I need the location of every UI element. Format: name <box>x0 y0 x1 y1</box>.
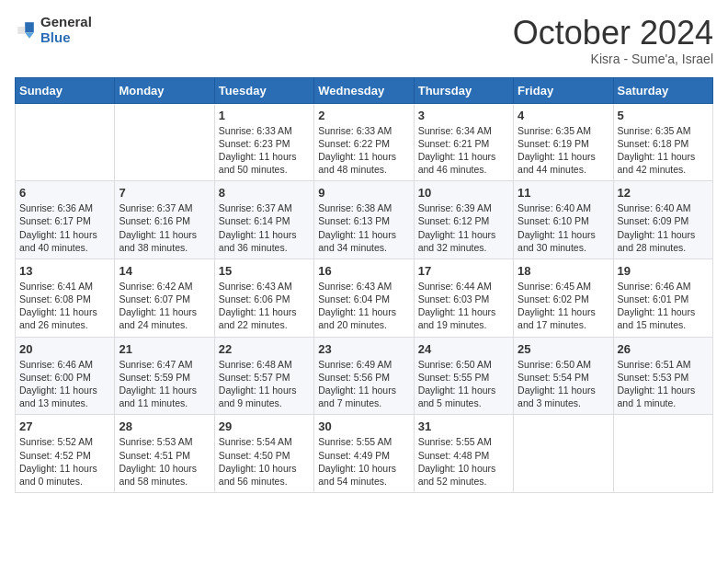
calendar-cell: 24Sunrise: 6:50 AMSunset: 5:55 PMDayligh… <box>414 337 513 415</box>
cell-content: Sunrise: 6:38 AMSunset: 6:13 PMDaylight:… <box>318 201 409 254</box>
day-number: 9 <box>318 186 409 200</box>
logo-blue-text: Blue <box>40 30 92 46</box>
sunset-text: Sunset: 6:17 PM <box>19 215 91 226</box>
day-number: 1 <box>219 109 310 122</box>
calendar-cell: 11Sunrise: 6:40 AMSunset: 6:10 PMDayligh… <box>514 181 613 259</box>
daylight-text: Daylight: 11 hours and 19 minutes. <box>418 306 496 330</box>
daylight-text: Daylight: 11 hours and 42 minutes. <box>618 151 696 175</box>
sunrise-text: Sunrise: 6:37 AM <box>219 202 292 213</box>
cell-content: Sunrise: 5:55 AMSunset: 4:48 PMDaylight:… <box>418 435 509 488</box>
daylight-text: Daylight: 11 hours and 11 minutes. <box>119 385 197 408</box>
calendar-cell: 13Sunrise: 6:41 AMSunset: 6:08 PMDayligh… <box>16 259 115 337</box>
sunrise-text: Sunrise: 6:40 AM <box>518 202 591 213</box>
day-number: 15 <box>219 264 310 278</box>
sunrise-text: Sunrise: 6:40 AM <box>618 202 691 213</box>
daylight-text: Daylight: 10 hours and 56 minutes. <box>219 463 297 487</box>
calendar-cell: 27Sunrise: 5:52 AMSunset: 4:52 PMDayligh… <box>16 415 115 493</box>
calendar-cell: 29Sunrise: 5:54 AMSunset: 4:50 PMDayligh… <box>214 415 313 493</box>
sunset-text: Sunset: 6:12 PM <box>418 215 490 226</box>
calendar-cell: 7Sunrise: 6:37 AMSunset: 6:16 PMDaylight… <box>115 181 214 259</box>
calendar-week-1: 1Sunrise: 6:33 AMSunset: 6:23 PMDaylight… <box>16 103 713 181</box>
sunrise-text: Sunrise: 6:48 AM <box>219 359 292 370</box>
sunrise-text: Sunrise: 5:53 AM <box>119 436 192 447</box>
calendar-cell: 16Sunrise: 6:43 AMSunset: 6:04 PMDayligh… <box>314 259 414 337</box>
cell-content: Sunrise: 6:48 AMSunset: 5:57 PMDaylight:… <box>219 358 310 410</box>
sunset-text: Sunset: 6:08 PM <box>19 293 91 304</box>
cell-content: Sunrise: 6:35 AMSunset: 6:19 PMDaylight:… <box>518 124 609 177</box>
calendar-cell: 20Sunrise: 6:46 AMSunset: 6:00 PMDayligh… <box>16 337 115 415</box>
calendar-cell <box>115 103 214 181</box>
sunrise-text: Sunrise: 6:44 AM <box>418 281 492 292</box>
cell-content: Sunrise: 6:36 AMSunset: 6:17 PMDaylight:… <box>19 201 110 254</box>
weekday-row: SundayMondayTuesdayWednesdayThursdayFrid… <box>16 77 713 103</box>
sunrise-text: Sunrise: 6:46 AM <box>19 359 93 370</box>
day-number: 13 <box>19 264 110 278</box>
cell-content: Sunrise: 6:41 AMSunset: 6:08 PMDaylight:… <box>19 280 110 332</box>
weekday-header-tuesday: Tuesday <box>214 77 313 103</box>
weekday-header-saturday: Saturday <box>613 77 712 103</box>
day-number: 26 <box>618 342 709 356</box>
sunset-text: Sunset: 6:19 PM <box>518 138 589 149</box>
calendar-cell <box>514 415 613 493</box>
day-number: 14 <box>119 264 210 278</box>
sunrise-text: Sunrise: 6:38 AM <box>318 202 392 213</box>
sunrise-text: Sunrise: 5:54 AM <box>219 436 292 447</box>
daylight-text: Daylight: 11 hours and 9 minutes. <box>219 385 297 408</box>
cell-content: Sunrise: 5:52 AMSunset: 4:52 PMDaylight:… <box>19 435 110 488</box>
day-number: 19 <box>618 264 709 278</box>
sunrise-text: Sunrise: 6:46 AM <box>618 281 691 292</box>
calendar-cell: 12Sunrise: 6:40 AMSunset: 6:09 PMDayligh… <box>613 181 712 259</box>
calendar-cell: 4Sunrise: 6:35 AMSunset: 6:19 PMDaylight… <box>514 103 613 181</box>
calendar-header: SundayMondayTuesdayWednesdayThursdayFrid… <box>16 77 713 103</box>
day-number: 7 <box>119 186 210 200</box>
daylight-text: Daylight: 11 hours and 34 minutes. <box>318 229 396 253</box>
daylight-text: Daylight: 11 hours and 48 minutes. <box>318 151 396 175</box>
calendar-cell: 14Sunrise: 6:42 AMSunset: 6:07 PMDayligh… <box>115 259 214 337</box>
cell-content: Sunrise: 6:43 AMSunset: 6:04 PMDaylight:… <box>318 280 409 332</box>
daylight-text: Daylight: 11 hours and 20 minutes. <box>318 306 396 330</box>
day-number: 17 <box>418 264 509 278</box>
daylight-text: Daylight: 11 hours and 7 minutes. <box>318 385 396 408</box>
cell-content: Sunrise: 6:33 AMSunset: 6:23 PMDaylight:… <box>219 124 310 177</box>
daylight-text: Daylight: 11 hours and 26 minutes. <box>19 306 97 330</box>
sunset-text: Sunset: 6:02 PM <box>518 293 589 304</box>
sunrise-text: Sunrise: 6:51 AM <box>618 359 691 370</box>
weekday-header-friday: Friday <box>514 77 613 103</box>
day-number: 8 <box>219 186 310 200</box>
sunrise-text: Sunrise: 6:43 AM <box>219 281 292 292</box>
day-number: 4 <box>518 109 609 122</box>
cell-content: Sunrise: 6:37 AMSunset: 6:16 PMDaylight:… <box>119 201 210 254</box>
sunset-text: Sunset: 6:00 PM <box>19 372 91 383</box>
calendar-table: SundayMondayTuesdayWednesdayThursdayFrid… <box>15 77 713 493</box>
day-number: 11 <box>518 186 609 200</box>
sunrise-text: Sunrise: 6:37 AM <box>119 202 192 213</box>
sunset-text: Sunset: 6:03 PM <box>418 293 490 304</box>
cell-content: Sunrise: 6:43 AMSunset: 6:06 PMDaylight:… <box>219 280 310 332</box>
cell-content: Sunrise: 5:54 AMSunset: 4:50 PMDaylight:… <box>219 435 310 488</box>
daylight-text: Daylight: 11 hours and 3 minutes. <box>518 385 596 408</box>
cell-content: Sunrise: 6:50 AMSunset: 5:54 PMDaylight:… <box>518 358 609 410</box>
cell-content: Sunrise: 6:51 AMSunset: 5:53 PMDaylight:… <box>618 358 709 410</box>
sunset-text: Sunset: 4:48 PM <box>418 450 490 461</box>
cell-content: Sunrise: 6:39 AMSunset: 6:12 PMDaylight:… <box>418 201 509 254</box>
calendar-cell: 31Sunrise: 5:55 AMSunset: 4:48 PMDayligh… <box>414 415 513 493</box>
cell-content: Sunrise: 6:46 AMSunset: 6:00 PMDaylight:… <box>19 358 110 410</box>
calendar-week-5: 27Sunrise: 5:52 AMSunset: 4:52 PMDayligh… <box>16 415 713 493</box>
calendar-cell <box>16 103 115 181</box>
sunset-text: Sunset: 5:59 PM <box>119 372 190 383</box>
sunrise-text: Sunrise: 6:33 AM <box>219 125 292 136</box>
daylight-text: Daylight: 11 hours and 50 minutes. <box>219 151 297 175</box>
day-number: 31 <box>418 419 509 433</box>
day-number: 28 <box>119 419 210 433</box>
sunrise-text: Sunrise: 5:55 AM <box>418 436 492 447</box>
cell-content: Sunrise: 6:44 AMSunset: 6:03 PMDaylight:… <box>418 280 509 332</box>
calendar-cell: 6Sunrise: 6:36 AMSunset: 6:17 PMDaylight… <box>16 181 115 259</box>
daylight-text: Daylight: 11 hours and 30 minutes. <box>518 229 596 253</box>
sunrise-text: Sunrise: 6:43 AM <box>318 281 392 292</box>
calendar-week-2: 6Sunrise: 6:36 AMSunset: 6:17 PMDaylight… <box>16 181 713 259</box>
sunrise-text: Sunrise: 6:35 AM <box>518 125 591 136</box>
calendar-cell: 15Sunrise: 6:43 AMSunset: 6:06 PMDayligh… <box>214 259 313 337</box>
logo-icon <box>15 19 37 41</box>
day-number: 21 <box>119 342 210 356</box>
cell-content: Sunrise: 6:40 AMSunset: 6:10 PMDaylight:… <box>518 201 609 254</box>
